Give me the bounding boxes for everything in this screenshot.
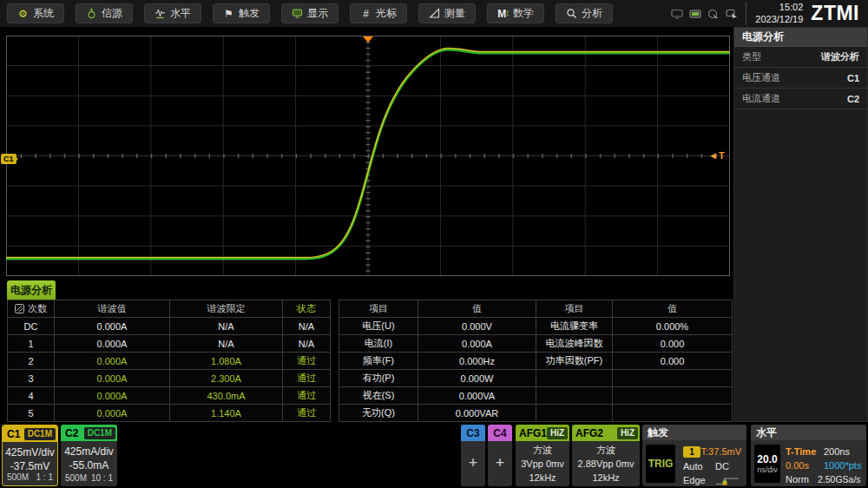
toolbar-button-math[interactable]: M∶ 数学: [487, 3, 544, 23]
measure-ruler-icon: [429, 8, 440, 19]
timebase-unit: ns/div: [757, 465, 778, 474]
channel-c1-block[interactable]: C1 DC1M 425mV/div -37.5mV 500M 1 : 1: [2, 425, 58, 486]
record-points: 1000*pts: [824, 460, 861, 471]
c1-level-marker[interactable]: C1: [1, 154, 16, 164]
analyze-magnifier-icon: [566, 8, 577, 19]
gear-icon: ⚙: [17, 8, 29, 19]
datetime: 15:02 2023/12/19: [746, 2, 811, 24]
header-value2: 值: [613, 300, 733, 318]
afg2-impedance-badge[interactable]: HiZ: [617, 427, 638, 439]
clock-date: 2023/12/19: [755, 14, 803, 25]
toolbar-button-label: 数学: [513, 6, 534, 21]
toolbar-button-display[interactable]: 显示: [281, 3, 339, 23]
c1-offset: -37.5mV: [3, 459, 57, 473]
afg1-impedance-badge[interactable]: HiZ: [547, 427, 568, 439]
c4-add-button[interactable]: +: [488, 441, 512, 485]
toolbar-button-label: 光标: [376, 6, 397, 21]
toolbar-button-measure[interactable]: 测量: [418, 3, 476, 23]
measurements-header-row: 项目 值 项目 值: [339, 300, 733, 318]
probe-icon: [86, 8, 97, 19]
toolbar-button-label: 水平: [170, 6, 191, 21]
measure-row-current: 电流(I)0.000A电流波峰因数0.000: [339, 335, 733, 353]
afg2-name: AFG2: [575, 427, 603, 439]
harmonics-table: 次数 谐波值 谐波限定 状态 DC0.000AN/AN/A 10.000AN/A…: [7, 300, 331, 422]
edge-slope-icon[interactable]: [715, 476, 740, 486]
toolbar-button-trigger[interactable]: ⚑ 触发: [213, 3, 270, 23]
harmonics-row-5: 50.000A1.140A通过: [8, 405, 331, 422]
ttime-value: 200ns: [824, 446, 850, 457]
panel-row-voltage-channel[interactable]: 电压通道 C1: [734, 68, 867, 89]
trigger-coupling[interactable]: DC: [715, 461, 729, 472]
toolbar-button-source[interactable]: 信源: [76, 3, 133, 23]
usb-icon[interactable]: [689, 9, 701, 19]
toolbar-button-cursor[interactable]: # 光标: [350, 3, 407, 23]
afg2-waveform: 方波: [572, 443, 640, 457]
trigger-title: 触发: [642, 425, 746, 440]
timebase-box[interactable]: 20.0 ns/div: [754, 445, 780, 483]
measure-row-frequency: 频率(F)0.000Hz功率因数(PF)0.000: [339, 353, 733, 370]
trigger-block[interactable]: 触发 TRIG 1 T:37.5mV Auto DC Edge: [642, 425, 746, 486]
timebase-scale: 20.0: [757, 453, 777, 465]
clock-time: 15:02: [755, 2, 803, 13]
harmonics-row-dc: DC0.000AN/AN/A: [8, 318, 331, 335]
toolbar-button-system[interactable]: ⚙ 系统: [7, 3, 64, 23]
afg1-name: AFG1: [519, 427, 547, 439]
mouse-icon[interactable]: [707, 9, 720, 19]
header-value: 值: [418, 300, 536, 318]
c2-scale: 425mA/div: [61, 445, 117, 458]
trigger-level-value[interactable]: T:37.5mV: [701, 446, 741, 457]
channel-c2-block[interactable]: C2 DC1M 425mA/div -55.0mA 500M 10 : 1: [61, 425, 117, 486]
measure-row-apparent-power: 视在(S)0.000VA: [339, 387, 733, 405]
channel-c3-block[interactable]: C3 +: [461, 425, 485, 486]
harmonics-row-2: 20.000A1.080A通过: [8, 353, 331, 370]
trigger-flag-icon: ⚑: [223, 8, 234, 19]
header-order: 次数: [8, 300, 55, 318]
channel-c2-name: C2: [65, 427, 78, 439]
measurements-table: 项目 值 项目 值 电压(U)0.000V电流骤变率0.000% 电流(I)0.…: [339, 300, 733, 422]
afg1-waveform: 方波: [516, 443, 569, 457]
waveform-display: [6, 36, 730, 276]
harmonics-header-row: 次数 谐波值 谐波限定 状态: [8, 300, 331, 318]
touch-icon[interactable]: [726, 9, 738, 19]
trigger-type[interactable]: Edge: [683, 475, 706, 485]
trigger-mode[interactable]: Auto: [683, 461, 703, 472]
top-toolbar: ⚙ 系统 信源 水平 ⚑ 触发 显示 # 光标 测量 M∶ 数学: [0, 0, 868, 27]
horizontal-block[interactable]: 水平 20.0 ns/div T-Time 200ns 0.00s 1000*p…: [751, 425, 866, 486]
channel-c4-block[interactable]: C4 +: [488, 425, 512, 486]
afg2-block[interactable]: AFG2 HiZ 方波 2.88Vpp 0mv 12kHz: [572, 425, 640, 486]
c1-probe-ratio: 1 : 1: [36, 472, 53, 482]
trigger-source-badge[interactable]: 1: [683, 446, 700, 458]
toolbar-button-label: 分析: [582, 6, 602, 21]
toolbar-button-label: 测量: [444, 6, 465, 21]
acquire-mode[interactable]: Norm: [786, 474, 809, 485]
cursor-hash-icon: #: [360, 8, 372, 19]
horizontal-delay[interactable]: 0.00s: [786, 460, 809, 471]
c2-coupling-badge[interactable]: DC1M: [84, 427, 115, 439]
harmonics-row-1: 10.000AN/AN/A: [8, 335, 331, 353]
toolbar-button-horizontal[interactable]: 水平: [144, 3, 201, 23]
c2-probe-ratio: 10 : 1: [91, 473, 113, 483]
trigger-position-marker[interactable]: [363, 36, 373, 43]
status-icons: [671, 9, 738, 19]
c1-scale: 425mV/div: [3, 445, 57, 459]
toolbar-status-area: 15:02 2023/12/19 ZTMI: [671, 2, 861, 25]
power-analysis-panel: 电源分析 类型 谐波分析 电压通道 C1 电流通道 C2: [733, 27, 868, 422]
c3-add-button[interactable]: +: [461, 441, 485, 485]
c1-bandwidth: 500M: [7, 472, 29, 482]
channel-c1-name: C1: [7, 428, 20, 440]
toolbar-button-analyze[interactable]: 分析: [556, 3, 613, 23]
afg1-block[interactable]: AFG1 HiZ 方波 3Vpp 0mv 12kHz: [516, 425, 569, 486]
trigger-level-marker[interactable]: ◄T: [708, 150, 726, 161]
bottom-bar: C1 DC1M 425mV/div -37.5mV 500M 1 : 1 C2 …: [0, 423, 868, 488]
monitor-icon[interactable]: [671, 9, 683, 19]
power-analysis-tab[interactable]: 电源分析: [7, 280, 56, 300]
c2-bandwidth: 500M: [65, 473, 87, 483]
page-flip-icon[interactable]: [15, 304, 24, 313]
c1-coupling-badge[interactable]: DC1M: [24, 428, 56, 440]
panel-row-type[interactable]: 类型 谐波分析: [734, 47, 867, 68]
panel-row-current-channel[interactable]: 电流通道 C2: [734, 89, 867, 109]
toolbar-button-label: 系统: [33, 6, 54, 21]
header-status: 状态: [283, 300, 331, 318]
ztmi-logo: ZTMI: [811, 2, 859, 25]
toolbar-button-label: 显示: [307, 6, 328, 21]
